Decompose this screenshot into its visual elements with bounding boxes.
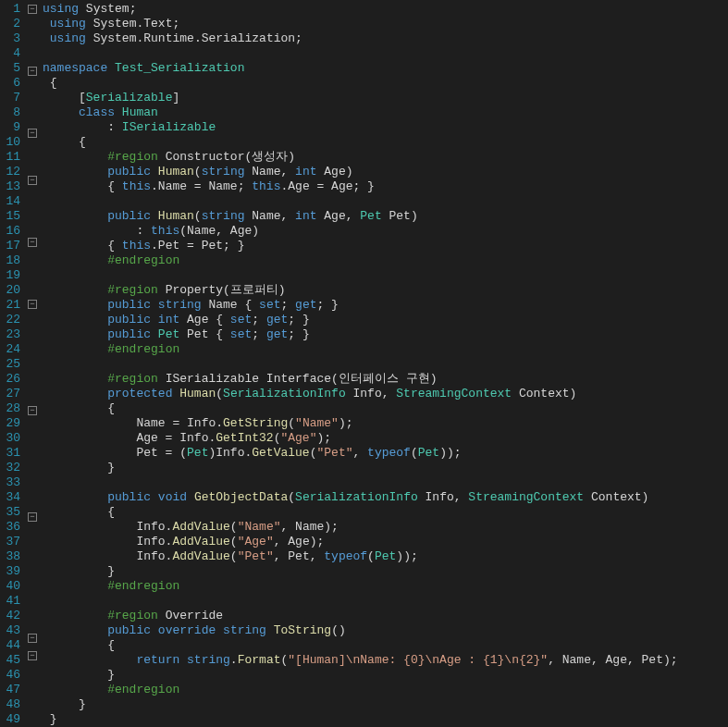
fold-marker[interactable] [26,143,39,158]
code-line[interactable]: namespace Test_Serialization [43,61,728,76]
code-line[interactable]: Name = Info.GetString("Name"); [43,416,728,431]
fold-marker[interactable]: − [26,300,39,314]
code-line[interactable]: Info.AddValue("Name", Name); [43,520,728,535]
fold-marker[interactable] [26,329,39,344]
fold-marker[interactable] [26,220,39,235]
fold-marker[interactable] [26,49,39,64]
fold-marker[interactable] [26,681,39,696]
fold-marker[interactable] [26,527,39,542]
fold-marker[interactable]: − [26,512,39,527]
code-line[interactable]: using System.Text; [43,17,728,31]
fold-marker[interactable] [26,314,39,329]
fold-marker[interactable] [26,282,39,297]
fold-marker[interactable]: − [26,129,39,143]
fold-marker[interactable] [26,572,39,586]
code-line[interactable]: } [43,712,728,727]
fold-marker[interactable] [26,710,39,725]
code-line[interactable]: { [43,135,728,150]
code-line[interactable]: public override string ToString() [43,623,728,638]
fold-marker[interactable] [26,450,39,465]
fold-marker[interactable] [26,696,39,710]
code-line[interactable]: public Human(string Name, int Age, Pet P… [43,209,728,224]
code-line[interactable]: using System.Runtime.Serialization; [43,31,728,46]
code-line[interactable]: public Pet Pet { set; get; } [43,327,728,342]
fold-marker[interactable] [26,81,39,96]
code-line[interactable]: { this.Name = Name; this.Age = Age; } [43,179,728,194]
code-line[interactable] [43,194,728,209]
code-line[interactable]: #region Constructor(생성자) [43,150,728,165]
fold-marker[interactable] [26,542,39,557]
code-line[interactable]: #endregion [43,579,728,594]
fold-marker[interactable] [26,253,39,267]
code-line[interactable]: public void GetObjectData(SerializationI… [43,490,728,505]
code-line[interactable]: #endregion [43,683,728,697]
code-line[interactable] [43,357,728,372]
code-line[interactable]: using System; [43,2,728,17]
code-line[interactable] [43,475,728,490]
fold-marker[interactable] [26,480,39,495]
fold-marker[interactable] [26,19,39,34]
code-line[interactable]: { [43,505,728,520]
fold-marker[interactable] [26,421,39,436]
fold-marker[interactable] [26,601,39,616]
code-line[interactable]: : ISerializable [43,120,728,135]
fold-marker[interactable]: − [26,176,39,191]
code-line[interactable]: Info.AddValue("Pet", Pet, typeof(Pet)); [43,549,728,564]
fold-marker[interactable] [26,465,39,480]
code-line[interactable]: Info.AddValue("Age", Age); [43,535,728,549]
code-line[interactable]: protected Human(SerializationInfo Info, … [43,387,728,401]
code-line[interactable]: #region ISerializable Interface(인터페이스 구현… [43,372,728,387]
code-line[interactable]: } [43,564,728,579]
code-line[interactable]: } [43,461,728,475]
fold-marker[interactable] [26,96,39,111]
fold-marker[interactable] [26,267,39,282]
fold-marker[interactable] [26,374,39,388]
fold-marker[interactable] [26,586,39,601]
code-area[interactable]: using System; using System.Text; using S… [39,0,728,727]
fold-marker[interactable] [26,344,39,359]
code-editor[interactable]: 1234567891011121314151617181920212223242… [0,0,728,727]
fold-marker[interactable] [26,436,39,450]
code-line[interactable]: { [43,401,728,416]
code-line[interactable]: Age = Info.GetInt32("Age"); [43,431,728,446]
fold-marker[interactable] [26,191,39,205]
code-line[interactable]: public Human(string Name, int Age) [43,165,728,179]
code-line[interactable] [43,268,728,283]
code-line[interactable]: #endregion [43,253,728,268]
fold-marker[interactable]: − [26,67,39,81]
code-line[interactable]: { this.Pet = Pet; } [43,239,728,253]
fold-gutter[interactable]: −−−−−−−−−− [26,0,39,727]
code-line[interactable] [43,46,728,61]
fold-marker[interactable]: − [26,634,39,648]
fold-marker[interactable] [26,495,39,510]
code-line[interactable]: : this(Name, Age) [43,224,728,239]
fold-marker[interactable] [26,666,39,681]
token-pl [216,623,223,637]
code-line[interactable]: public string Name { set; get; } [43,298,728,313]
code-line[interactable]: #region Property(프로퍼티) [43,283,728,298]
fold-marker[interactable]: − [26,406,39,421]
fold-marker[interactable]: − [26,5,39,19]
fold-marker[interactable]: − [26,651,39,666]
code-line[interactable]: } [43,697,728,712]
code-line[interactable]: { [43,76,728,91]
fold-marker[interactable] [26,111,39,126]
fold-marker[interactable] [26,34,39,49]
fold-marker[interactable]: − [26,238,39,253]
code-line[interactable]: #region Override [43,609,728,623]
fold-marker[interactable] [26,388,39,403]
fold-marker[interactable] [26,359,39,374]
fold-marker[interactable] [26,158,39,173]
fold-marker[interactable] [26,616,39,631]
code-line[interactable]: Pet = (Pet)Info.GetValue("Pet", typeof(P… [43,446,728,461]
code-line[interactable]: #endregion [43,342,728,357]
code-line[interactable]: return string.Format("[Human]\nName: {0}… [43,653,728,668]
code-line[interactable]: [Serializable] [43,91,728,105]
code-line[interactable] [43,594,728,609]
code-line[interactable]: { [43,638,728,653]
code-line[interactable]: public int Age { set; get; } [43,313,728,327]
fold-marker[interactable] [26,205,39,220]
code-line[interactable]: } [43,668,728,683]
code-line[interactable]: class Human [43,105,728,120]
fold-marker[interactable] [26,557,39,572]
